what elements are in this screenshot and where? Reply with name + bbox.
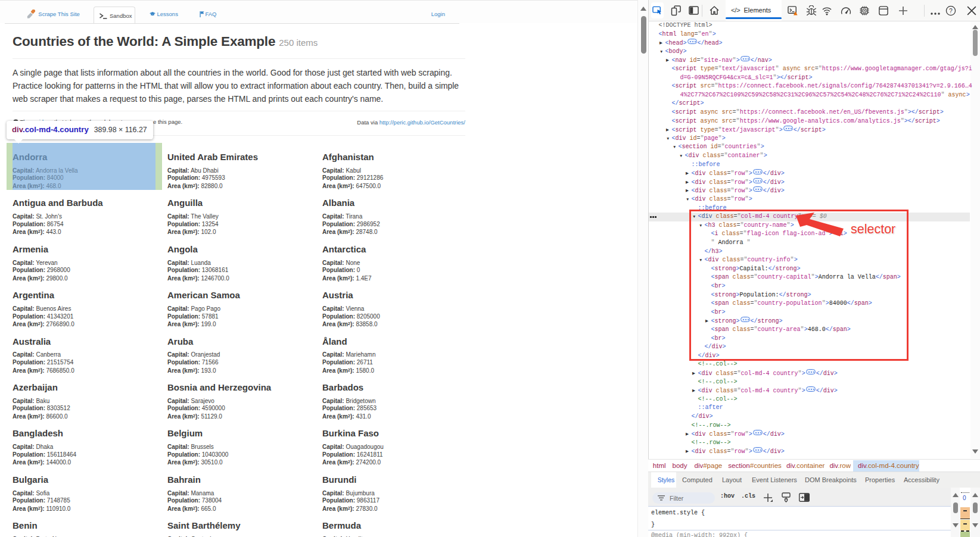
svg-text:?: ? <box>949 8 953 14</box>
